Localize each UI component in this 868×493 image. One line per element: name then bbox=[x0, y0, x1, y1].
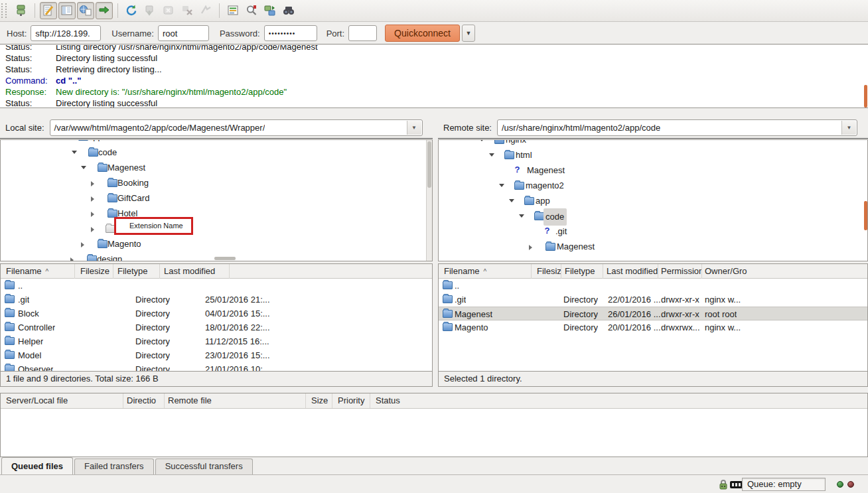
tree-item-nginx[interactable]: nginx bbox=[439, 139, 862, 147]
col-filesize[interactable]: Filesize bbox=[75, 264, 113, 279]
tab-queued-files[interactable]: Queued files bbox=[1, 457, 73, 474]
tree-item-code[interactable]: code bbox=[1, 145, 424, 160]
col-size[interactable]: Size bbox=[306, 393, 332, 408]
transfer-queue: Server/Local file Directio Remote file S… bbox=[0, 393, 868, 457]
extension-name-annotation: Extension Name bbox=[114, 217, 193, 235]
tree-item-hotel[interactable]: Hotel bbox=[1, 206, 424, 221]
col-remote-file[interactable]: Remote file bbox=[165, 393, 306, 408]
local-tree-vscrollbar[interactable] bbox=[426, 140, 432, 261]
refresh-icon[interactable] bbox=[123, 2, 140, 19]
col-modified[interactable]: Last modified bbox=[160, 264, 230, 279]
remote-list-body: .. .gitDirectory22/01/2016 ...drwxr-xr-x… bbox=[439, 279, 867, 371]
tree-item-booking[interactable]: Booking bbox=[1, 175, 424, 190]
file-search-icon[interactable] bbox=[243, 2, 260, 19]
file-row[interactable]: ObserverDirectory21/01/2016 10:... bbox=[1, 362, 432, 371]
toggle-transfer-queue-icon[interactable] bbox=[96, 2, 113, 19]
toggle-remote-tree-icon[interactable] bbox=[77, 2, 94, 19]
port-input[interactable] bbox=[348, 25, 377, 41]
local-site-dropdown-icon[interactable]: ▼ bbox=[407, 121, 421, 135]
col-modified[interactable]: Last modified bbox=[603, 264, 658, 279]
sort-asc-icon: ^ bbox=[45, 268, 48, 275]
tab-failed-transfers[interactable]: Failed transfers bbox=[74, 458, 154, 474]
remote-site-combo[interactable]: /usr/share/nginx/html/magento2/app/code … bbox=[497, 119, 857, 136]
host-input[interactable] bbox=[31, 25, 101, 41]
file-row[interactable]: BlockDirectory04/01/2016 15:... bbox=[1, 307, 432, 320]
tab-successful-transfers[interactable]: Successful transfers bbox=[155, 458, 253, 474]
process-queue-icon[interactable] bbox=[141, 2, 159, 19]
file-row[interactable]: HelperDirectory11/12/2015 16:... bbox=[1, 334, 432, 348]
folder-icon bbox=[5, 323, 15, 331]
tree-item-extension[interactable] bbox=[1, 221, 424, 236]
toggle-log-view-icon[interactable] bbox=[40, 2, 57, 19]
question-folder-icon: ? bbox=[513, 165, 522, 175]
disconnect-icon[interactable] bbox=[179, 2, 196, 19]
tree-item-magenest[interactable]: Magenest bbox=[1, 160, 424, 175]
tree-item-html[interactable]: html bbox=[439, 147, 862, 163]
remote-site-dropdown-icon[interactable]: ▼ bbox=[841, 121, 856, 135]
col-filetype[interactable]: Filetype bbox=[113, 264, 160, 279]
tree-item-magento[interactable]: Magento bbox=[1, 236, 424, 251]
local-directory-tree: app code Magenest Booking GiftCard Hotel… bbox=[0, 139, 433, 261]
password-input[interactable] bbox=[264, 25, 317, 41]
message-log[interactable]: Status:Listing directory /usr/share/ngin… bbox=[0, 45, 868, 108]
log-scrollbar[interactable] bbox=[864, 85, 867, 107]
file-row[interactable]: MagentoDirectory20/01/2016 ...drwxrwx...… bbox=[439, 320, 867, 334]
tree-item-giftcard[interactable]: GiftCard bbox=[1, 190, 424, 206]
site-manager-icon[interactable] bbox=[13, 2, 30, 19]
folder-icon bbox=[443, 295, 453, 303]
col-filesize[interactable]: Filesize bbox=[532, 264, 561, 279]
toggle-local-tree-icon[interactable] bbox=[58, 2, 76, 19]
tree-item-design[interactable]: design bbox=[1, 251, 424, 261]
col-filename[interactable]: Filename^ bbox=[1, 264, 75, 279]
remote-tree-scrollbar[interactable] bbox=[864, 201, 867, 230]
username-input[interactable] bbox=[158, 25, 209, 41]
file-row[interactable]: .gitDirectory22/01/2016 ...drwxr-xr-xngi… bbox=[439, 293, 867, 307]
tree-item-git-unknown[interactable]: ?.git bbox=[439, 224, 862, 239]
tree-item-magento2[interactable]: magento2 bbox=[439, 178, 862, 193]
folder-icon bbox=[524, 197, 534, 205]
log-line: Status:Listing directory /usr/share/ngin… bbox=[5, 45, 868, 52]
quickconnect-dropdown-icon[interactable]: ▼ bbox=[462, 25, 475, 42]
reconnect-icon[interactable] bbox=[197, 2, 214, 19]
local-file-list: Filename^ Filesize Filetype Last modifie… bbox=[0, 263, 433, 387]
directory-comparison-icon[interactable] bbox=[280, 2, 297, 19]
folder-icon bbox=[98, 240, 108, 248]
local-tree-hscrollbar[interactable] bbox=[214, 257, 236, 260]
col-permission[interactable]: Permission bbox=[658, 264, 702, 279]
tree-item-app-remote[interactable]: app bbox=[439, 193, 862, 208]
file-row[interactable]: .. bbox=[439, 279, 867, 293]
tree-item-magenest-unknown[interactable]: ?Magenest bbox=[439, 163, 862, 178]
col-status[interactable]: Status bbox=[370, 393, 423, 408]
tree-item-magenest-remote[interactable]: Magenest bbox=[439, 239, 862, 254]
activity-led-red bbox=[847, 481, 854, 488]
cancel-operation-icon[interactable] bbox=[160, 2, 177, 19]
folder-icon bbox=[504, 151, 514, 159]
file-row[interactable]: ModelDirectory23/01/2016 15:... bbox=[1, 348, 432, 362]
folder-icon bbox=[5, 295, 15, 303]
synchronized-browsing-icon[interactable] bbox=[261, 2, 279, 19]
password-label: Password: bbox=[220, 29, 260, 38]
folder-icon bbox=[545, 243, 555, 251]
col-server-local-file[interactable]: Server/Local file bbox=[1, 393, 123, 408]
directory-listing-filters-icon[interactable] bbox=[224, 2, 242, 19]
local-site-combo[interactable]: /var/www/html/magento2/app/code/Magenest… bbox=[50, 119, 423, 136]
port-label: Port: bbox=[326, 29, 344, 38]
col-priority[interactable]: Priority bbox=[332, 393, 370, 408]
col-filetype[interactable]: Filetype bbox=[561, 264, 603, 279]
toolbar-grip[interactable] bbox=[1, 3, 7, 18]
col-owner[interactable]: Owner/Gro bbox=[702, 264, 755, 279]
file-row[interactable]: .. bbox=[1, 279, 432, 293]
tree-item-code-remote[interactable]: code bbox=[439, 208, 862, 224]
folder-icon bbox=[443, 310, 453, 318]
col-filename[interactable]: Filename^ bbox=[439, 264, 532, 279]
local-site-label: Local site: bbox=[5, 123, 44, 133]
host-label: Host: bbox=[7, 29, 27, 38]
local-list-header: Filename^ Filesize Filetype Last modifie… bbox=[1, 264, 432, 279]
remote-directory-tree: nginx html ?Magenest magento2 app code ?… bbox=[438, 139, 868, 261]
col-direction[interactable]: Directio bbox=[123, 393, 165, 408]
tree-item-app[interactable]: app bbox=[1, 139, 424, 144]
quickconnect-button[interactable]: Quickconnect bbox=[385, 25, 460, 42]
file-row-selected[interactable]: MagenestDirectory26/01/2016 ...drwxr-xr-… bbox=[439, 307, 867, 320]
file-row[interactable]: ControllerDirectory18/01/2016 22:... bbox=[1, 320, 432, 334]
file-row[interactable]: .gitDirectory25/01/2016 21:... bbox=[1, 293, 432, 307]
